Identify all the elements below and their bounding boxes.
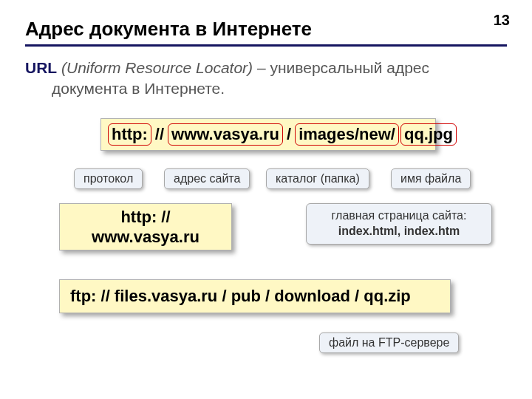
intro-rest2: документа в Интернете. bbox=[52, 78, 498, 99]
index-info-box: главная страница сайта: index.html, inde… bbox=[306, 203, 492, 245]
label-ftp-file: файл на FTP-сервере bbox=[319, 332, 459, 353]
intro-dash: – bbox=[253, 59, 270, 76]
url-abbrev: URL bbox=[25, 59, 57, 76]
ftp-example-box: ftp: // files.vasya.ru / pub / download … bbox=[59, 279, 451, 313]
title-underline bbox=[25, 44, 507, 47]
label-protocol: протокол bbox=[74, 168, 143, 189]
url-path: images/new/ bbox=[295, 123, 399, 146]
page-number: 13 bbox=[494, 12, 510, 29]
url-expansion: (Uniform Resource Locator) bbox=[61, 59, 253, 76]
intro-text: URL (Uniform Resource Locator) – универс… bbox=[25, 58, 498, 100]
label-path: каталог (папка) bbox=[266, 168, 369, 189]
url-host: www.vasya.ru bbox=[168, 123, 283, 146]
short-url-box: http: // www.vasya.ru bbox=[59, 203, 232, 250]
label-file: имя файла bbox=[391, 168, 471, 189]
ftp-text: ftp: // files.vasya.ru / pub / download … bbox=[70, 287, 411, 306]
url-file: qq.jpg bbox=[400, 123, 457, 146]
intro-rest1: универсальный адрес bbox=[270, 59, 429, 76]
page-title: Адрес документа в Интернете bbox=[25, 18, 312, 41]
short-url-line1: http: // bbox=[60, 207, 231, 228]
label-host: адрес сайта bbox=[164, 168, 250, 189]
url-example-box: http: // www.vasya.ru / images/new/ qq.j… bbox=[100, 118, 436, 151]
index-info-line2: index.html, index.htm bbox=[314, 224, 484, 239]
url-sep1: // bbox=[155, 125, 164, 144]
index-info-line1: главная страница сайта: bbox=[314, 208, 484, 224]
short-url-line2: www.vasya.ru bbox=[60, 227, 231, 248]
url-protocol: http: bbox=[108, 123, 151, 146]
url-sep2: / bbox=[287, 125, 291, 144]
